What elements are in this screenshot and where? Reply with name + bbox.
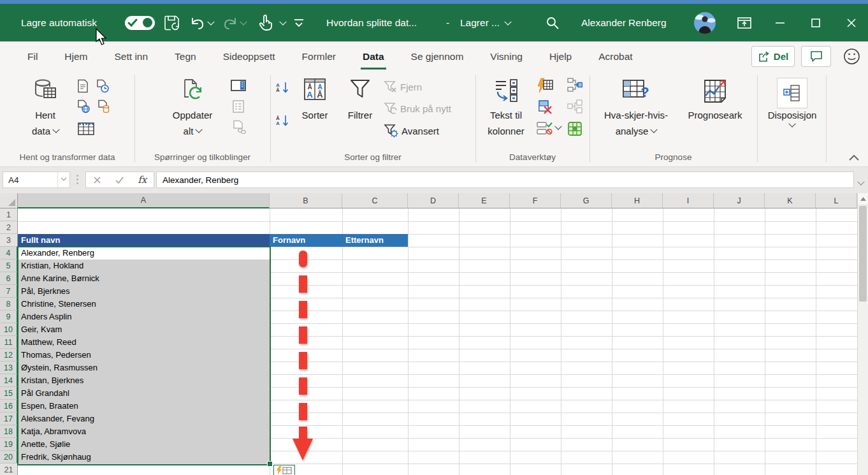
- advanced-filter-button[interactable]: Avansert: [384, 124, 439, 138]
- cell-A8[interactable]: Christine, Stenersen: [18, 298, 270, 311]
- tab-tegn[interactable]: Tegn: [161, 41, 210, 71]
- expand-formula-bar-chevron[interactable]: [858, 177, 864, 189]
- row-header-4[interactable]: 4: [0, 247, 18, 259]
- tab-formler[interactable]: Formler: [289, 41, 349, 71]
- cancel-entry-icon[interactable]: [93, 176, 101, 184]
- feedback-smiley-icon[interactable]: [843, 48, 860, 65]
- autosave-toggle[interactable]: [125, 16, 155, 30]
- row-header-17[interactable]: 17: [0, 413, 18, 425]
- cell-A12[interactable]: Thomas, Pedersen: [18, 349, 270, 362]
- sort-button[interactable]: ÅAAÅ Sorter: [294, 75, 335, 123]
- scroll-up-button[interactable]: [858, 193, 868, 205]
- undo-dropdown-chevron[interactable]: [208, 17, 213, 29]
- edit-links-icon[interactable]: [232, 120, 246, 134]
- name-box[interactable]: A4: [3, 172, 70, 188]
- cell-A3[interactable]: Fullt navn: [18, 234, 270, 247]
- column-header-E[interactable]: E: [459, 193, 510, 208]
- data-validation-button[interactable]: [537, 121, 561, 135]
- row-header-2[interactable]: 2: [0, 221, 18, 234]
- row-header-3[interactable]: 3: [0, 234, 18, 247]
- redo-button[interactable]: [222, 15, 238, 31]
- relationships-icon[interactable]: [567, 99, 582, 113]
- row-header-6[interactable]: 6: [0, 272, 18, 285]
- tab-acrobat[interactable]: Acrobat: [585, 41, 646, 71]
- forecast-sheet-button[interactable]: Prognoseark: [678, 75, 752, 123]
- cell-A13[interactable]: Øystein, Rasmussen: [18, 362, 270, 374]
- remove-duplicates-icon[interactable]: [538, 99, 553, 115]
- row-header-19[interactable]: 19: [0, 438, 18, 451]
- cell-A5[interactable]: Kristian, Hokland: [18, 259, 270, 272]
- cell-A14[interactable]: Kristan, Bjerknes: [18, 374, 270, 387]
- sort-ascending-button[interactable]: AÅ: [276, 82, 289, 94]
- from-text-csv-icon[interactable]: [76, 79, 89, 93]
- customize-quick-access-icon[interactable]: [293, 18, 305, 28]
- outline-button[interactable]: Disposisjon: [763, 75, 821, 128]
- redo-dropdown-chevron[interactable]: [241, 17, 246, 29]
- filter-button[interactable]: Filtrer: [340, 75, 380, 123]
- row-header-9[interactable]: 9: [0, 311, 18, 323]
- touch-mouse-mode-button[interactable]: [257, 14, 274, 32]
- flash-fill-icon[interactable]: [537, 78, 553, 93]
- collapse-ribbon-chevron[interactable]: [848, 153, 860, 162]
- flash-fill-options-button[interactable]: [273, 465, 295, 475]
- name-box-chevron[interactable]: [57, 172, 69, 187]
- get-data-button[interactable]: Hent data: [17, 75, 74, 139]
- column-header-B[interactable]: B: [270, 193, 342, 208]
- scrollbar-thumb[interactable]: [859, 206, 867, 302]
- tab-hjem[interactable]: Hjem: [51, 41, 101, 71]
- tab-data[interactable]: Data: [349, 41, 398, 71]
- cell-C3[interactable]: Etternavn: [342, 234, 408, 247]
- existing-connections-icon[interactable]: [97, 99, 111, 113]
- touch-mode-dropdown-chevron[interactable]: [280, 17, 286, 29]
- cell-A10[interactable]: Geir, Kvam: [18, 323, 270, 336]
- cell-A16[interactable]: Espen, Braaten: [18, 400, 270, 413]
- column-header-J[interactable]: J: [714, 193, 765, 208]
- consolidate-icon[interactable]: [567, 78, 582, 92]
- cell-A11[interactable]: Matthew, Reed: [18, 336, 270, 349]
- cell-A7[interactable]: Pål, Bjerknes: [18, 285, 270, 298]
- column-header-K[interactable]: K: [765, 193, 816, 208]
- from-web-icon[interactable]: [76, 99, 90, 113]
- cell-A18[interactable]: Katja, Abramvova: [18, 425, 270, 438]
- cell-B3[interactable]: Fornavn: [270, 234, 342, 247]
- data-model-icon[interactable]: [567, 121, 582, 136]
- sort-descending-button[interactable]: ÅA: [276, 115, 289, 128]
- row-header-5[interactable]: 5: [0, 259, 18, 272]
- row-header-8[interactable]: 8: [0, 298, 18, 311]
- vertical-scrollbar[interactable]: [857, 193, 868, 475]
- what-if-analysis-button[interactable]: ? Hva-skjer-hvis- analyse: [595, 75, 677, 139]
- save-button[interactable]: [163, 14, 180, 31]
- row-header-20[interactable]: 20: [0, 451, 18, 464]
- column-header-L[interactable]: L: [816, 193, 857, 208]
- share-button[interactable]: Del: [751, 46, 795, 67]
- column-header-D[interactable]: D: [408, 193, 459, 208]
- insert-function-icon[interactable]: fx: [138, 174, 147, 186]
- row-header-16[interactable]: 16: [0, 400, 18, 413]
- queries-connections-icon[interactable]: [231, 79, 246, 92]
- row-header-7[interactable]: 7: [0, 285, 18, 298]
- column-header-I[interactable]: I: [663, 193, 714, 208]
- tab-sett-inn[interactable]: Sett inn: [101, 41, 162, 71]
- tab-visning[interactable]: Visning: [477, 41, 536, 71]
- confirm-entry-icon[interactable]: [115, 176, 124, 184]
- column-header-G[interactable]: G: [561, 193, 612, 208]
- formula-input[interactable]: Alexander, Renberg: [156, 172, 854, 188]
- tab-hjelp[interactable]: Hjelp: [536, 41, 585, 71]
- row-header-10[interactable]: 10: [0, 323, 18, 336]
- formula-bar-separator[interactable]: [76, 175, 78, 177]
- avatar[interactable]: [694, 12, 716, 34]
- row-header-11[interactable]: 11: [0, 336, 18, 349]
- text-to-columns-button[interactable]: Tekst til kolonner: [479, 75, 533, 139]
- tab-sideoppsett[interactable]: Sideoppsett: [210, 41, 289, 71]
- refresh-all-button[interactable]: Oppdater alt: [161, 75, 224, 139]
- user-name[interactable]: Alexander Renberg: [581, 17, 667, 29]
- cell-A6[interactable]: Anne Karine, Børnick: [18, 272, 270, 285]
- column-header-H[interactable]: H: [612, 193, 663, 208]
- cell-A4[interactable]: Alexander, Renberg: [18, 247, 270, 259]
- column-header-A[interactable]: A: [18, 193, 270, 208]
- save-status[interactable]: Lagrer ...: [460, 17, 500, 29]
- row-header-13[interactable]: 13: [0, 362, 18, 374]
- row-header-14[interactable]: 14: [0, 374, 18, 387]
- save-status-chevron[interactable]: [505, 17, 510, 29]
- row-header-18[interactable]: 18: [0, 425, 18, 438]
